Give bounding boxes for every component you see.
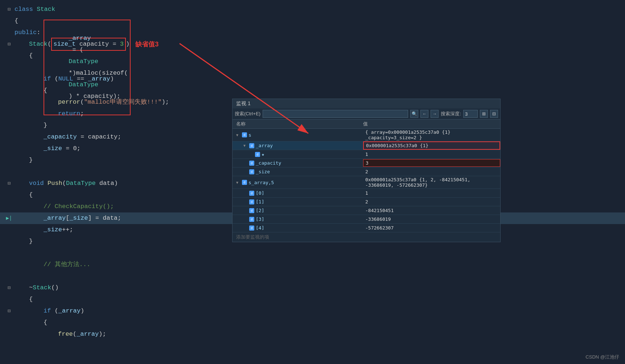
data-icon-idx0: d: [249, 191, 254, 196]
gutter-1: ⊟: [4, 4, 15, 15]
code-line-7: if ( NULL == _array ): [0, 73, 625, 85]
back-btn[interactable]: ←: [420, 110, 428, 118]
watch-row-capacity[interactable]: d _capacity 3: [233, 159, 500, 167]
watch-value-idx1: 2: [363, 198, 500, 205]
expand-array: ▼: [243, 144, 248, 148]
watch-value-idx4: -572662307: [363, 224, 500, 231]
code-line-6: _array = ( DataType *)malloc(sizeof( Dat…: [0, 62, 625, 73]
gutter-19: ▶|: [4, 212, 15, 224]
data-icon-capacity: d: [249, 161, 254, 166]
gutter-27: ⊟: [4, 305, 15, 317]
forward-btn[interactable]: →: [431, 110, 439, 118]
search-icon-btn[interactable]: 🔍: [410, 110, 418, 118]
watch-value-star: 1: [363, 151, 500, 158]
collapse-icon-27[interactable]: ⊟: [8, 305, 11, 317]
data-icon-s: d: [242, 132, 247, 137]
collapse-icon-25[interactable]: ⊟: [8, 282, 11, 294]
watch-name-idx2: d [2]: [233, 207, 363, 214]
depth-label: 搜索深度:: [441, 111, 461, 117]
data-icon-idx3: d: [249, 217, 254, 222]
watch-value-size: 2: [363, 168, 500, 175]
watch-name-capacity: d _capacity: [233, 160, 363, 166]
gutter-25: ⊟: [4, 282, 15, 294]
code-line-25: ⊟ ~ Stack (): [0, 282, 625, 294]
watch-name-sarray5: ▼ d s_array,5: [233, 179, 363, 186]
watch-value-capacity: 3: [363, 159, 500, 167]
code-line-23: // 其他方法...: [0, 259, 625, 270]
watch-row-array[interactable]: ▼ d _array 0x000001a2535c37a0 {1}: [233, 141, 500, 150]
watch-name-star: d ★: [233, 151, 363, 158]
data-icon-idx2: d: [249, 208, 254, 213]
watch-name-array: ▼ d _array: [233, 142, 363, 149]
watch-row-sarray5[interactable]: ▼ d s_array,5 0x000001a2535c37a0 {1, 2, …: [233, 176, 500, 189]
watch-value-sarray5: 0x000001a2535c37a0 {1, 2, -842150451, -3…: [363, 176, 500, 189]
collapse-icon-1[interactable]: ⊟: [8, 4, 11, 15]
watch-add-item[interactable]: 添加要监视的项: [233, 232, 500, 242]
watch-value-s: { array=0x000001a2535c37a0 {1} _capacity…: [363, 129, 500, 141]
watch-column-headers: 名称 值: [233, 120, 500, 129]
depth-input[interactable]: [463, 110, 478, 118]
watch-name-s: ▼ d s: [233, 132, 363, 138]
data-icon-size: d: [249, 169, 254, 174]
data-icon-idx4: d: [249, 226, 254, 231]
debug-arrow: ▶|: [6, 212, 12, 224]
watch-row-star[interactable]: d ★ 1: [233, 150, 500, 159]
watch-value-array: 0x000001a2535c37a0 {1}: [363, 141, 500, 150]
code-line-27: ⊟ if ( _array ): [0, 305, 625, 317]
watch-search-input[interactable]: [263, 110, 408, 118]
kw-stack: Stack: [37, 4, 55, 15]
watch-row-idx0[interactable]: d [0] 1: [233, 189, 500, 198]
code-line-29: free ( _array );: [0, 328, 625, 340]
watch-panel: 监视 1 搜索(Ctrl+E) 🔍 ← → 搜索深度: ⊞ ⊟ 名称 值 ▼ d…: [232, 99, 501, 242]
data-icon-star: d: [255, 152, 260, 157]
expand-s: ▼: [236, 133, 240, 137]
data-icon-sarray5: d: [242, 180, 247, 185]
collapse-icon-16[interactable]: ⊟: [8, 178, 11, 189]
watch-panel-title: 监视 1: [233, 99, 500, 108]
gutter-4: ⊟: [4, 38, 15, 50]
watch-row-idx3[interactable]: d [3] -33686019: [233, 215, 500, 224]
code-line-22: [0, 247, 625, 259]
data-icon-array: d: [249, 143, 254, 148]
watch-row-size[interactable]: d _size 2: [233, 167, 500, 176]
watch-value-idx2: -842150451: [363, 207, 500, 214]
code-line-26: {: [0, 294, 625, 305]
watch-name-idx4: d [4]: [233, 224, 363, 231]
data-icon-idx1: d: [249, 199, 254, 204]
search-label: 搜索(Ctrl+E): [235, 111, 260, 117]
collapse-icon-4[interactable]: ⊟: [8, 38, 11, 50]
kw-class: class: [15, 4, 37, 15]
watch-name-idx3: d [3]: [233, 216, 363, 223]
default-value-label: 缺省值3: [135, 38, 159, 50]
code-line-24: [0, 270, 625, 282]
code-line-1: ⊟ class Stack: [0, 4, 625, 15]
col-name-header: 名称: [233, 121, 363, 127]
watch-row-idx4[interactable]: d [4] -572662307: [233, 224, 500, 232]
grid-icon-btn[interactable]: ⊞: [480, 110, 488, 118]
watch-toolbar: 搜索(Ctrl+E) 🔍 ← → 搜索深度: ⊞ ⊟: [233, 108, 500, 120]
watch-name-idx0: d [0]: [233, 190, 363, 197]
gutter-16: ⊟: [4, 178, 15, 189]
col-value-header: 值: [363, 121, 500, 127]
watch-row-idx1[interactable]: d [1] 2: [233, 198, 500, 206]
code-line-28: {: [0, 317, 625, 328]
watermark: CSDN @江池仔: [585, 354, 619, 360]
collapse-all-btn[interactable]: ⊟: [490, 110, 498, 118]
watch-value-idx0: 1: [363, 190, 500, 197]
watch-value-idx3: -33686019: [363, 216, 500, 223]
watch-row-s[interactable]: ▼ d s { array=0x000001a2535c37a0 {1} _ca…: [233, 129, 500, 141]
watch-name-idx1: d [1]: [233, 198, 363, 205]
watch-row-idx2[interactable]: d [2] -842150451: [233, 206, 500, 215]
watch-name-size: d _size: [233, 168, 363, 175]
expand-sarray5: ▼: [236, 181, 240, 185]
